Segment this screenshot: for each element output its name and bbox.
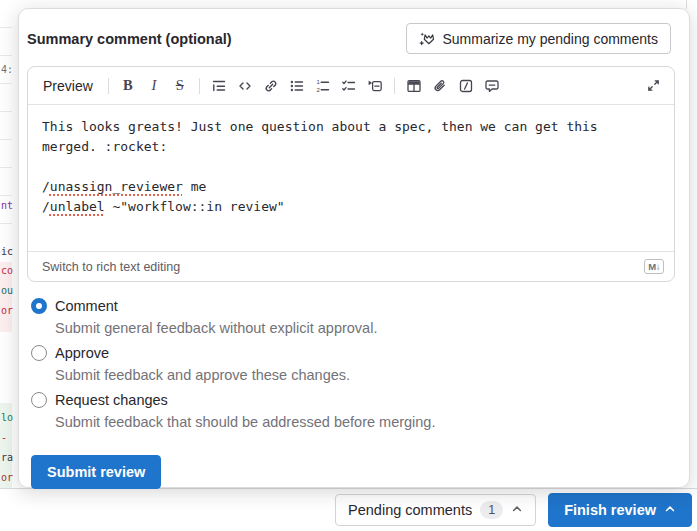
bullet-list-button[interactable]	[284, 73, 310, 99]
chevron-up-icon	[664, 502, 676, 518]
quote-icon	[211, 78, 227, 94]
strikethrough-button[interactable]: S	[167, 73, 193, 99]
pending-comments-button[interactable]: Pending comments 1	[335, 494, 536, 526]
misspelled-word: unassign_reviewer	[50, 179, 183, 194]
svg-text:1: 1	[316, 79, 320, 85]
option-approve: Approve Submit feedback and approve thes…	[31, 343, 675, 385]
misspelled-word: unlabel	[50, 199, 105, 214]
summarize-pending-comments-button[interactable]: Summarize my pending comments	[406, 23, 671, 54]
option-label: Comment	[55, 298, 118, 314]
task-list-icon	[341, 78, 357, 94]
editor-toolbar: Preview B I S 12	[28, 67, 674, 105]
toolbar-separator	[394, 78, 395, 94]
diff-fragment: or	[1, 305, 13, 316]
comment-line: /unlabel ~"workflow::in review"	[42, 197, 658, 217]
toolbar-separator	[108, 78, 109, 94]
option-comment: Comment Submit general feedback without …	[31, 296, 675, 338]
table-icon	[406, 78, 422, 94]
comment-textarea[interactable]: This looks greats! Just one question abo…	[28, 105, 674, 251]
diff-rows	[0, 0, 12, 262]
editor-footer: Switch to rich text editing M↓	[28, 251, 674, 281]
chevron-up-icon	[511, 502, 523, 518]
markdown-editor: Preview B I S 12	[27, 66, 675, 282]
submit-review-label: Submit review	[47, 464, 145, 480]
finish-review-button[interactable]: Finish review	[548, 493, 692, 527]
fullscreen-button[interactable]	[640, 73, 666, 99]
expand-icon	[646, 78, 661, 93]
diff-fragment: ou	[1, 285, 13, 296]
diff-fragment: -	[1, 432, 7, 443]
review-type-options: Comment Submit general feedback without …	[27, 296, 675, 432]
approve-radio-row[interactable]: Approve	[31, 343, 675, 363]
link-button[interactable]	[258, 73, 284, 99]
bold-button[interactable]: B	[115, 73, 141, 99]
comment-icon	[484, 78, 500, 94]
pending-comments-label: Pending comments	[348, 502, 472, 518]
finish-review-label: Finish review	[564, 502, 656, 518]
numbered-list-button[interactable]: 12	[310, 73, 336, 99]
svg-text:2: 2	[316, 86, 320, 92]
option-description: Submit feedback and approve these change…	[31, 365, 675, 385]
code-button[interactable]	[232, 73, 258, 99]
comment-template-button[interactable]	[479, 73, 505, 99]
option-label: Approve	[55, 345, 109, 361]
quick-action-icon	[458, 78, 474, 94]
summarize-label: Summarize my pending comments	[442, 31, 658, 47]
comment-line: /unassign_reviewer me	[42, 177, 658, 197]
task-list-button[interactable]	[336, 73, 362, 99]
pending-count-badge: 1	[480, 501, 503, 519]
diff-fragment: co	[1, 265, 13, 276]
option-description: Submit general feedback without explicit…	[31, 318, 675, 338]
submit-review-modal: Summary comment (optional) Summarize my …	[18, 8, 690, 488]
tanuki-ai-icon	[419, 31, 435, 47]
diff-fragment: lo	[1, 412, 13, 423]
modal-header: Summary comment (optional) Summarize my …	[27, 23, 675, 54]
preview-tab[interactable]: Preview	[34, 73, 102, 99]
comment-line	[42, 157, 658, 177]
diff-fragment: ic	[1, 246, 13, 257]
table-button[interactable]	[401, 73, 427, 99]
submit-review-button[interactable]: Submit review	[31, 455, 161, 489]
diff-fragment: 4:	[1, 64, 13, 75]
comment-line: This looks greats! Just one question abo…	[42, 117, 658, 137]
attach-file-button[interactable]	[427, 73, 453, 99]
radio-request-changes[interactable]	[31, 392, 47, 408]
comment-radio-row[interactable]: Comment	[31, 296, 675, 316]
collapsible-section-button[interactable]	[362, 73, 388, 99]
option-request-changes: Request changes Submit feedback that sho…	[31, 390, 675, 432]
quick-action-button[interactable]	[453, 73, 479, 99]
page-divider	[686, 0, 687, 9]
italic-button[interactable]: I	[141, 73, 167, 99]
toolbar-separator	[199, 78, 200, 94]
radio-comment[interactable]	[31, 298, 47, 314]
option-description: Submit feedback that should be addressed…	[31, 412, 675, 432]
comment-line: merged. :rocket:	[42, 137, 658, 157]
option-label: Request changes	[55, 392, 168, 408]
quote-button[interactable]	[206, 73, 232, 99]
link-icon	[263, 78, 279, 94]
collapsible-section-icon	[367, 78, 383, 94]
diff-fragment: nt	[1, 200, 13, 211]
markdown-icon[interactable]: M↓	[644, 259, 664, 274]
bullet-list-icon	[289, 78, 305, 94]
diff-fragment: or	[1, 472, 13, 483]
background-diff-strip: 4: nt ic co ou or lo - ra or	[0, 0, 12, 531]
page: 4: nt ic co ou or lo - ra or Pending com…	[0, 0, 697, 531]
radio-approve[interactable]	[31, 345, 47, 361]
modal-title: Summary comment (optional)	[27, 31, 232, 47]
switch-to-rich-text-link[interactable]: Switch to rich text editing	[42, 260, 180, 274]
diff-fragment: ra	[1, 452, 13, 463]
review-bar: Pending comments 1 Finish review	[0, 488, 697, 531]
paperclip-icon	[432, 78, 448, 94]
numbered-list-icon: 12	[315, 78, 331, 94]
code-icon	[237, 78, 253, 94]
request-changes-radio-row[interactable]: Request changes	[31, 390, 675, 410]
